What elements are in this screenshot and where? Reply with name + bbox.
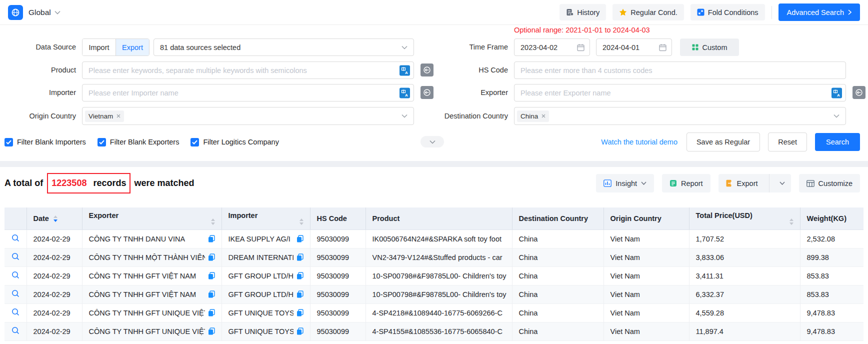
- records-suffix: were matched: [134, 178, 194, 188]
- cell-product: 10-SP00798#&F98785L00- Children's toy: [366, 285, 512, 304]
- exporter-input[interactable]: [514, 84, 846, 102]
- copy-icon[interactable]: [296, 235, 304, 242]
- fold-conditions-button[interactable]: Fold Conditions: [690, 4, 765, 20]
- customize-icon: [806, 180, 814, 187]
- cell-date: 2024-02-29: [26, 304, 82, 322]
- sort-icon[interactable]: [790, 218, 794, 225]
- section-divider-band: [0, 161, 868, 167]
- region-selector-label[interactable]: Global: [28, 8, 51, 17]
- star-icon: [619, 8, 627, 16]
- date-start-field[interactable]: [514, 38, 590, 56]
- export-button[interactable]: Export: [718, 174, 765, 192]
- calendar-icon[interactable]: [659, 44, 666, 51]
- table-row: 2024-02-29 CÔNG TY TNHH GFT VIỆT NAM GFT…: [4, 266, 864, 285]
- row-detail-search-icon[interactable]: [12, 271, 20, 279]
- copy-icon[interactable]: [208, 328, 215, 335]
- row-detail-search-icon[interactable]: [12, 234, 20, 242]
- date-end-field[interactable]: [596, 38, 672, 56]
- time-frame-label: Time Frame: [350, 38, 508, 56]
- header-date[interactable]: Date: [26, 208, 82, 230]
- export-toggle[interactable]: Export: [116, 39, 149, 56]
- regular-cond-button[interactable]: Regular Cond.: [612, 4, 684, 20]
- sort-icon[interactable]: [54, 216, 58, 222]
- results-table: Date Exporter Importer HS Code Product D…: [4, 208, 864, 341]
- table-body: 2024-02-29 CÔNG TY TNHH DANU VINA IKEA S…: [4, 230, 864, 340]
- row-detail-search-icon[interactable]: [12, 308, 20, 316]
- row-search-cell: [4, 248, 26, 266]
- data-source-toggle: Import Export: [82, 38, 150, 56]
- customize-button[interactable]: Customize: [799, 174, 860, 192]
- reset-button[interactable]: Reset: [768, 132, 807, 152]
- chevron-down-icon[interactable]: [54, 10, 60, 14]
- header-destination-country: Destination Country: [512, 208, 604, 230]
- fold-conditions-label: Fold Conditions: [708, 8, 758, 16]
- filter-blank-importers-checkbox[interactable]: Filter Blank Importers: [4, 138, 86, 146]
- header-product: Product: [366, 208, 512, 230]
- custom-range-button[interactable]: Custom: [680, 38, 739, 56]
- sort-icon[interactable]: [211, 218, 215, 225]
- chevron-down-icon: [834, 114, 840, 118]
- table-row: 2024-02-29 CÔNG TY TNHH GFT UNIQUE VIỆT …: [4, 304, 864, 322]
- header-importer[interactable]: Importer: [222, 208, 310, 230]
- copy-icon[interactable]: [296, 328, 304, 335]
- copy-icon[interactable]: [208, 272, 215, 280]
- save-as-regular-button[interactable]: Save as Regular: [686, 132, 760, 152]
- history-button[interactable]: History: [560, 4, 606, 20]
- calendar-icon[interactable]: [577, 44, 584, 51]
- sort-icon[interactable]: [300, 218, 304, 225]
- collapse-conditions-button[interactable]: [420, 136, 444, 148]
- cell-total-price: 1,707.52: [689, 230, 800, 248]
- tag-close-icon[interactable]: [116, 114, 120, 118]
- filter-logistics-company-checkbox[interactable]: Filter Logitics Company: [190, 138, 279, 146]
- records-count: 1223508: [52, 178, 86, 188]
- cell-product: VN2-3479-V124#&Stuffed products - car: [366, 248, 512, 266]
- copy-icon[interactable]: [208, 235, 215, 242]
- importer-label: Importer: [0, 84, 76, 102]
- row-search-cell: [4, 304, 26, 322]
- row-detail-search-icon[interactable]: [12, 326, 20, 334]
- export-more-button[interactable]: [774, 174, 791, 192]
- cell-product: 10-SP00798#&F98785L00- Children's toy: [366, 266, 512, 285]
- tag-close-icon[interactable]: [542, 114, 546, 118]
- import-toggle[interactable]: Import: [82, 39, 116, 56]
- hs-code-input[interactable]: [514, 62, 846, 79]
- translate-icon[interactable]: A: [832, 88, 842, 98]
- row-detail-search-icon[interactable]: [12, 252, 20, 260]
- header-exporter[interactable]: Exporter: [82, 208, 222, 230]
- copy-icon[interactable]: [208, 290, 215, 298]
- cell-exporter: CÔNG TY TNHH MỘT THÀNH VIÊN: [82, 248, 222, 266]
- copy-icon[interactable]: [296, 254, 304, 261]
- header-total-price[interactable]: Total Price(USD): [689, 208, 800, 230]
- top-bar: Global History Regular Cond. Fold Condit…: [0, 0, 868, 25]
- cell-hs-code: 95030099: [310, 304, 366, 322]
- exclude-filter-icon[interactable]: [852, 86, 866, 99]
- copy-icon[interactable]: [296, 290, 304, 298]
- copy-icon[interactable]: [208, 309, 215, 316]
- row-search-cell: [4, 322, 26, 340]
- row-detail-search-icon[interactable]: [12, 290, 20, 298]
- cell-origin-country: Viet Nam: [604, 285, 689, 304]
- copy-icon[interactable]: [296, 272, 304, 280]
- chevron-down-icon: [780, 182, 785, 185]
- filter-blank-exporters-checkbox[interactable]: Filter Blank Exporters: [98, 138, 180, 146]
- cell-weight: 9,478.83: [800, 304, 864, 322]
- copy-icon[interactable]: [208, 254, 215, 261]
- destination-country-select[interactable]: China: [514, 107, 846, 125]
- copy-icon[interactable]: [296, 309, 304, 316]
- tutorial-demo-link[interactable]: Watch the tutorial demo: [601, 138, 678, 146]
- regular-cond-label: Regular Cond.: [630, 8, 678, 16]
- checkbox-label: Filter Blank Exporters: [110, 138, 180, 146]
- insight-button[interactable]: Insight: [596, 174, 654, 192]
- cell-destination-country: China: [512, 304, 604, 322]
- cell-hs-code: 95030099: [310, 266, 366, 285]
- cell-total-price: 3,833.06: [689, 248, 800, 266]
- table-row: 2024-02-29 CÔNG TY TNHH DANU VINA IKEA S…: [4, 230, 864, 248]
- cell-origin-country: Viet Nam: [604, 304, 689, 322]
- cell-exporter: CÔNG TY TNHH GFT UNIQUE VIỆT: [82, 304, 222, 322]
- records-summary: A total of 1223508 records were matched: [4, 173, 194, 194]
- report-button[interactable]: Report: [662, 174, 710, 192]
- export-button-group: Export: [718, 174, 791, 192]
- search-button[interactable]: Search: [815, 133, 860, 151]
- advanced-search-button[interactable]: Advanced Search: [778, 4, 860, 21]
- cell-importer: GFT UNIQUE TOYS: [222, 304, 310, 322]
